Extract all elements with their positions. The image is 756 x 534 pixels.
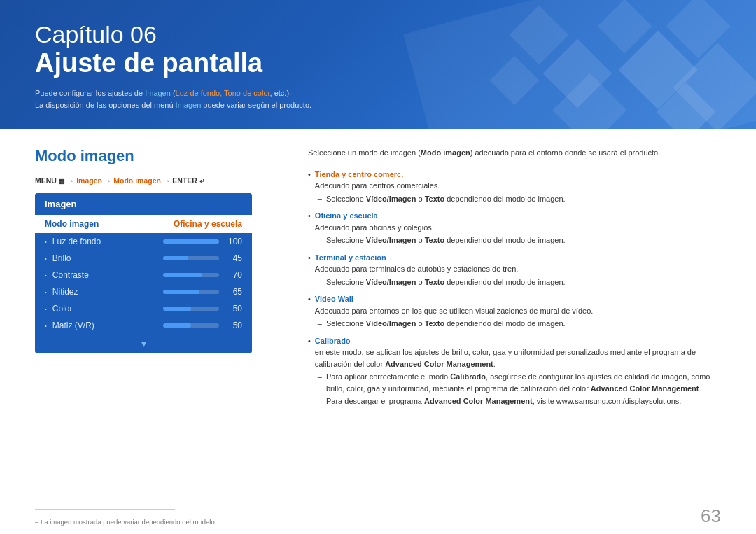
sub-text: Para descargar el programa Advanced Colo… bbox=[326, 395, 681, 407]
section-title: Modo imagen bbox=[35, 147, 287, 165]
dash: – bbox=[318, 276, 322, 288]
imagen-panel-header: Imagen bbox=[35, 193, 252, 215]
row-label: Matiz (V/R) bbox=[52, 321, 158, 330]
sub-text: Seleccione Vídeo/Imagen o Texto dependie… bbox=[326, 234, 566, 246]
footer-note: – La imagen mostrada puede variar depend… bbox=[35, 518, 216, 526]
bar-container bbox=[163, 239, 219, 244]
item-desc: Adecuado para centros comerciales. bbox=[315, 180, 721, 192]
bar-fill bbox=[163, 256, 188, 260]
item-desc: en este modo, se aplican los ajustes de … bbox=[315, 346, 721, 370]
sub-bullet: – Seleccione Vídeo/Imagen o Texto depend… bbox=[318, 318, 721, 330]
dash: – bbox=[318, 234, 322, 246]
bar-container bbox=[163, 323, 219, 328]
item-content: Tienda y centro comerc. Adecuado para ce… bbox=[315, 169, 721, 205]
bullet-dot: • bbox=[308, 293, 311, 330]
bullet-dot: • bbox=[308, 210, 311, 246]
footer-line bbox=[35, 509, 175, 510]
dash: – bbox=[318, 193, 322, 205]
list-item: • Matiz (V/R) 50 bbox=[35, 317, 252, 334]
row-value: 100 bbox=[225, 237, 242, 246]
dot-icon: • bbox=[45, 239, 47, 245]
item-title: Calibrado bbox=[315, 335, 721, 347]
dash: – bbox=[318, 318, 322, 330]
modo-imagen-row: Modo imagen Oficina y escuela bbox=[35, 215, 252, 233]
item-desc: Adecuado para entornos en los que se uti… bbox=[315, 305, 721, 317]
bar-fill bbox=[163, 323, 191, 328]
menu-path: MENU ▦ → Imagen → Modo imagen → ENTER ↵ bbox=[35, 176, 287, 185]
row-value: 45 bbox=[225, 253, 242, 263]
dot-icon: • bbox=[45, 255, 47, 262]
list-item: • Video Wall Adecuado para entornos en l… bbox=[308, 293, 721, 330]
bar-container bbox=[163, 256, 219, 260]
list-item: • Terminal y estación Adecuado para term… bbox=[308, 252, 721, 288]
dash: – bbox=[318, 395, 322, 407]
list-item: • Tienda y centro comerc. Adecuado para … bbox=[308, 169, 721, 205]
bar-fill bbox=[163, 307, 191, 311]
item-content: Terminal y estación Adecuado para termin… bbox=[315, 252, 721, 288]
row-value: 65 bbox=[225, 287, 242, 297]
bar-fill bbox=[163, 239, 219, 244]
dot-icon: • bbox=[45, 306, 47, 312]
row-value: 70 bbox=[225, 270, 242, 280]
list-item: • Brillo 45 bbox=[35, 250, 252, 267]
item-title: Video Wall bbox=[315, 293, 721, 305]
item-desc: Adecuado para oficinas y colegios. bbox=[315, 222, 721, 234]
dot-icon: • bbox=[45, 323, 47, 329]
list-item: • Luz de fondo 100 bbox=[35, 233, 252, 250]
item-content: Video Wall Adecuado para entornos en los… bbox=[315, 293, 721, 330]
modo-imagen-value: Oficina y escuela bbox=[174, 219, 242, 229]
row-label: Color bbox=[52, 304, 158, 314]
bullet-dot: • bbox=[308, 169, 311, 205]
item-desc: Adecuado para terminales de autobús y es… bbox=[315, 263, 721, 275]
row-value: 50 bbox=[225, 304, 242, 314]
dot-icon: • bbox=[45, 272, 47, 279]
list-item: • Calibrado en este modo, se aplican los… bbox=[308, 335, 721, 407]
page-number: 63 bbox=[701, 505, 721, 527]
row-value: 50 bbox=[225, 321, 242, 330]
sub-bullet: – Para aplicar correctamente el modo Cal… bbox=[318, 371, 721, 394]
footer: – La imagen mostrada puede variar depend… bbox=[0, 506, 756, 534]
bullet-dot: • bbox=[308, 252, 311, 288]
right-column: Seleccione un modo de imagen (Modo image… bbox=[308, 147, 721, 492]
bar-container bbox=[163, 307, 219, 311]
bar-fill bbox=[163, 290, 200, 294]
main-title: Ajuste de pantalla bbox=[35, 48, 721, 79]
sub-text: Seleccione Vídeo/Imagen o Texto dependie… bbox=[326, 318, 566, 330]
sub-bullet: – Seleccione Vídeo/Imagen o Texto depend… bbox=[318, 234, 721, 246]
chapter-label: Capítulo 06 bbox=[35, 21, 721, 48]
bar-fill bbox=[163, 273, 202, 277]
subtitle-line2: La disposición de las opciones del menú … bbox=[35, 99, 721, 112]
chevron-row: ▾ bbox=[35, 334, 252, 353]
intro-text: Seleccione un modo de imagen (Modo image… bbox=[308, 147, 721, 159]
item-content: Calibrado en este modo, se aplican los a… bbox=[315, 335, 721, 407]
item-title: Terminal y estación bbox=[315, 252, 721, 264]
row-label: Contraste bbox=[52, 270, 158, 280]
sub-text: Seleccione Vídeo/Imagen o Texto dependie… bbox=[326, 193, 566, 205]
subtitle-line1: Puede configurar los ajustes de Imagen (… bbox=[35, 87, 721, 100]
item-title: Oficina y escuela bbox=[315, 210, 721, 222]
list-item: • Color 50 bbox=[35, 300, 252, 317]
row-label: Nitidez bbox=[52, 287, 158, 297]
header-subtitle: Puede configurar los ajustes de Imagen (… bbox=[35, 87, 721, 112]
sub-text: Para aplicar correctamente el modo Calib… bbox=[326, 371, 721, 394]
bullet-list: • Tienda y centro comerc. Adecuado para … bbox=[308, 169, 721, 407]
modo-imagen-label: Modo imagen bbox=[45, 219, 99, 229]
header-title: Capítulo 06 Ajuste de pantalla bbox=[35, 21, 721, 79]
row-label: Brillo bbox=[52, 253, 158, 263]
dash: – bbox=[318, 371, 322, 394]
left-column: Modo imagen MENU ▦ → Imagen → Modo image… bbox=[35, 147, 287, 492]
row-label: Luz de fondo bbox=[52, 237, 158, 246]
list-item: • Nitidez 65 bbox=[35, 283, 252, 300]
bar-container bbox=[163, 290, 219, 294]
chevron-down-icon: ▾ bbox=[141, 338, 146, 349]
imagen-panel: Imagen Modo imagen Oficina y escuela • L… bbox=[35, 193, 252, 353]
list-item: • Oficina y escuela Adecuado para oficin… bbox=[308, 210, 721, 246]
list-item: • Contraste 70 bbox=[35, 267, 252, 283]
bullet-dot: • bbox=[308, 335, 311, 407]
bar-container bbox=[163, 273, 219, 277]
sub-bullet: – Seleccione Vídeo/Imagen o Texto depend… bbox=[318, 193, 721, 205]
item-content: Oficina y escuela Adecuado para oficinas… bbox=[315, 210, 721, 246]
sub-bullet: – Seleccione Vídeo/Imagen o Texto depend… bbox=[318, 276, 721, 288]
header-banner: Capítulo 06 Ajuste de pantalla Puede con… bbox=[0, 0, 756, 129]
dot-icon: • bbox=[45, 289, 47, 295]
